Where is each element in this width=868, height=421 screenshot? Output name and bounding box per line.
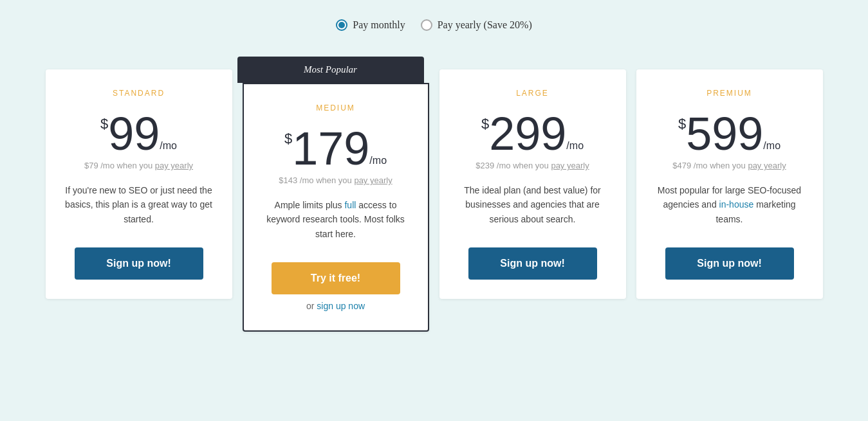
price-amount-premium: 599 bbox=[686, 111, 763, 157]
price-mo-large: /mo bbox=[566, 140, 584, 152]
pay-yearly-link-standard[interactable]: pay yearly bbox=[155, 161, 193, 170]
description-premium: Most popular for large SEO-focused agenc… bbox=[652, 183, 808, 228]
dollar-sign-large: $ bbox=[481, 116, 489, 132]
monthly-radio[interactable] bbox=[336, 19, 347, 31]
signup-button-premium[interactable]: Sign up now! bbox=[665, 247, 794, 280]
billing-toggle: Pay monthly Pay yearly (Save 20%) bbox=[336, 19, 531, 31]
card-standard: STANDARD $ 99 /mo $79 /mo when you pay y… bbox=[46, 69, 232, 299]
plan-name-standard: STANDARD bbox=[113, 89, 165, 98]
signup-button-standard[interactable]: Sign up now! bbox=[75, 247, 203, 280]
pay-yearly-link-medium[interactable]: pay yearly bbox=[354, 175, 392, 185]
price-amount-medium: 179 bbox=[292, 125, 369, 172]
card-premium: PREMIUM $ 599 /mo $479 /mo when you pay … bbox=[636, 69, 823, 299]
dollar-sign-premium: $ bbox=[678, 116, 686, 132]
yearly-option[interactable]: Pay yearly (Save 20%) bbox=[421, 19, 532, 31]
try-free-button-medium[interactable]: Try it free! bbox=[272, 262, 400, 294]
price-mo-medium: /mo bbox=[369, 155, 387, 166]
pay-yearly-link-premium[interactable]: pay yearly bbox=[748, 161, 786, 170]
pay-yearly-link-large[interactable]: pay yearly bbox=[551, 161, 589, 170]
description-standard: If you're new to SEO or just need the ba… bbox=[61, 183, 217, 228]
card-medium-wrapper: Most Popular MEDIUM $ 179 /mo $143 /mo w… bbox=[237, 57, 434, 332]
signup-button-large[interactable]: Sign up now! bbox=[468, 247, 597, 280]
price-amount-large: 299 bbox=[489, 111, 566, 157]
pricing-cards: STANDARD $ 99 /mo $79 /mo when you pay y… bbox=[41, 57, 828, 332]
plan-name-large: LARGE bbox=[516, 89, 549, 98]
price-mo-standard: /mo bbox=[160, 140, 177, 152]
monthly-label: Pay monthly bbox=[353, 19, 405, 31]
dollar-sign-medium: $ bbox=[284, 130, 292, 147]
yearly-note-premium: $479 /mo when you pay yearly bbox=[672, 161, 786, 170]
price-row-medium: $ 179 /mo bbox=[284, 125, 387, 172]
desc-highlight-premium: in-house bbox=[719, 199, 754, 210]
sign-up-now-link-medium[interactable]: sign up now bbox=[317, 301, 365, 311]
yearly-note-medium: $143 /mo when you pay yearly bbox=[279, 175, 392, 185]
yearly-radio[interactable] bbox=[421, 19, 432, 31]
price-row-large: $ 299 /mo bbox=[481, 111, 584, 157]
card-medium: MEDIUM $ 179 /mo $143 /mo when you pay y… bbox=[243, 83, 429, 332]
price-row-premium: $ 599 /mo bbox=[678, 111, 780, 157]
yearly-label: Pay yearly (Save 20%) bbox=[438, 19, 532, 31]
monthly-option[interactable]: Pay monthly bbox=[336, 19, 405, 31]
yearly-note-large: $239 /mo when you pay yearly bbox=[476, 161, 589, 170]
or-text: or bbox=[306, 301, 317, 311]
monthly-radio-fill bbox=[338, 22, 345, 28]
description-medium: Ample limits plus full access to keyword… bbox=[259, 198, 412, 243]
desc-highlight-medium: full bbox=[344, 200, 356, 210]
price-amount-standard: 99 bbox=[108, 111, 160, 157]
card-large: LARGE $ 299 /mo $239 /mo when you pay ye… bbox=[439, 69, 626, 299]
yearly-note-standard: $79 /mo when you pay yearly bbox=[84, 161, 193, 170]
price-row-standard: $ 99 /mo bbox=[100, 111, 177, 157]
featured-header: Most Popular bbox=[237, 57, 424, 83]
desc-part1-medium: Ample limits plus bbox=[275, 200, 345, 210]
plan-name-premium: PREMIUM bbox=[706, 89, 752, 98]
description-large: The ideal plan (and best value) for busi… bbox=[455, 183, 611, 228]
or-signup-medium: or sign up now bbox=[306, 301, 365, 311]
dollar-sign-standard: $ bbox=[100, 116, 108, 132]
price-mo-premium: /mo bbox=[763, 140, 780, 152]
plan-name-medium: MEDIUM bbox=[316, 103, 355, 112]
